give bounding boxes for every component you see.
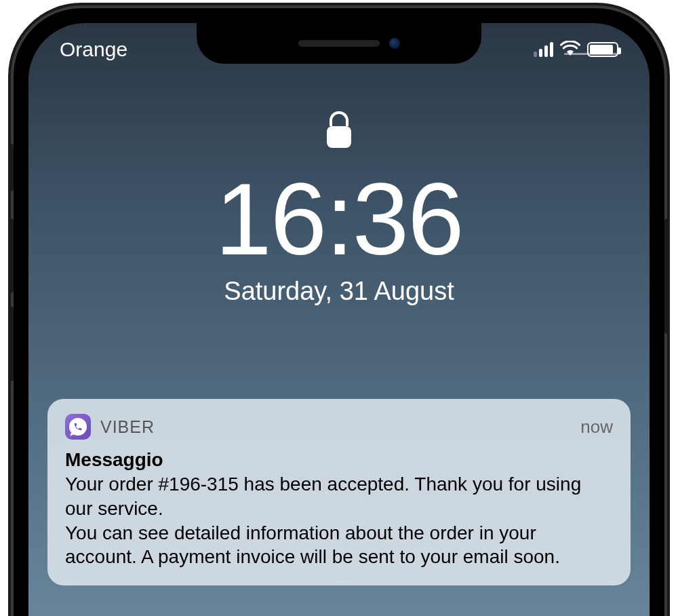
front-camera (389, 38, 400, 49)
notification-header: VIBER now (65, 414, 613, 440)
wifi-icon (560, 41, 580, 58)
mute-switch[interactable] (8, 144, 14, 191)
lock-icon (325, 111, 353, 149)
carrier-label: Orange (60, 38, 127, 61)
phone-frame: Orange (14, 8, 664, 616)
phone-screen: Orange (28, 23, 650, 616)
battery-icon (587, 42, 618, 57)
notification-app-name: VIBER (100, 417, 155, 437)
notch (197, 23, 481, 64)
svg-rect-0 (327, 126, 351, 148)
status-indicators (534, 41, 618, 58)
notification-title: Messaggio (65, 449, 613, 471)
cellular-signal-icon (534, 42, 553, 57)
notification-body: Your order #196-315 has been accepted. T… (65, 472, 613, 569)
volume-down-button[interactable] (8, 307, 14, 381)
notification-app-info: VIBER (65, 414, 155, 440)
viber-app-icon (65, 414, 91, 440)
notification-card[interactable]: VIBER now Messaggio Your order #196-315 … (47, 399, 631, 585)
notification-timestamp: now (580, 417, 613, 438)
clock-time: 16:36 (215, 168, 462, 270)
lock-screen: 16:36 Saturday, 31 August (28, 111, 650, 306)
speaker (298, 40, 380, 47)
volume-up-button[interactable] (8, 218, 14, 293)
clock-date: Saturday, 31 August (224, 277, 454, 306)
power-button[interactable] (664, 218, 670, 334)
